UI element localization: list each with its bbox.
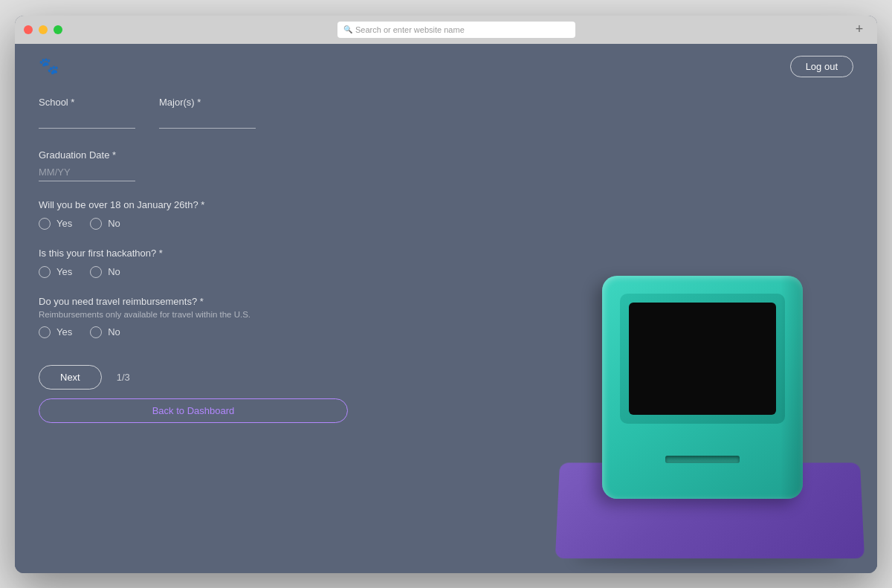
age-yes-radio[interactable] [39,218,51,230]
travel-radio-group: Yes No [39,326,348,338]
age-radio-group: Yes No [39,218,348,230]
computer-screen [629,303,776,415]
age-yes-label[interactable]: Yes [39,218,72,230]
address-bar-container: 🔍 Search or enter website name [113,22,800,38]
logout-button[interactable]: Log out [790,56,853,77]
age-question-text: Will you be over 18 on January 26th? * [39,199,348,210]
computer-disk-slot [665,456,740,463]
app-content: 🐾 Log out School * Major(s) * [15,44,877,573]
school-field: School * [39,97,135,129]
school-input[interactable] [39,111,135,129]
graduation-label: Graduation Date * [39,149,348,161]
address-placeholder: Search or enter website name [355,25,465,34]
browser-window: 🔍 Search or enter website name + 🐾 Log o… [15,16,877,573]
close-button[interactable] [24,25,33,34]
computer-3d-body [602,276,803,499]
form-section: School * Major(s) * Graduation Date * [15,89,372,573]
hackathon-no-radio[interactable] [90,266,102,278]
travel-question-block: Do you need travel reimbursements? * Rei… [39,296,348,338]
graduation-block: Graduation Date * [39,149,348,181]
hackathon-radio-group: Yes No [39,266,348,278]
app-logo: 🐾 [39,56,59,76]
travel-question-text: Do you need travel reimbursements? * [39,296,348,307]
age-no-label[interactable]: No [90,218,120,230]
hackathon-yes-label[interactable]: Yes [39,266,72,278]
school-label: School * [39,97,135,108]
computer-screen-bezel [620,294,785,424]
school-major-row: School * Major(s) * [39,97,348,129]
browser-titlebar: 🔍 Search or enter website name + [15,16,877,44]
travel-yes-radio[interactable] [39,326,51,338]
minimize-button[interactable] [39,25,48,34]
major-input[interactable] [159,111,256,129]
hackathon-yes-radio[interactable] [39,266,51,278]
major-field: Major(s) * [159,97,256,129]
major-label: Major(s) * [159,97,256,108]
travel-yes-label[interactable]: Yes [39,326,72,338]
new-tab-button[interactable]: + [850,21,868,39]
travel-no-radio[interactable] [90,326,102,338]
hackathon-no-label[interactable]: No [90,266,120,278]
main-content: School * Major(s) * Graduation Date * [15,89,877,573]
travel-subtext: Reimbursements only available for travel… [39,310,348,319]
graduation-input[interactable] [39,164,135,181]
dashboard-button[interactable]: Back to Dashboard [39,398,348,423]
age-no-radio[interactable] [90,218,102,230]
next-button-row: Next 1/3 [39,365,348,390]
app-header: 🐾 Log out [15,44,877,89]
hackathon-question-text: Is this your first hackathon? * [39,248,348,259]
travel-no-label[interactable]: No [90,326,120,338]
address-bar[interactable]: 🔍 Search or enter website name [337,22,575,38]
next-button[interactable]: Next [39,365,102,390]
age-question-block: Will you be over 18 on January 26th? * Y… [39,199,348,230]
maximize-button[interactable] [54,25,62,34]
illustration-area [543,201,855,573]
page-indicator: 1/3 [117,372,130,383]
graduation-field: Graduation Date * [39,149,348,181]
hackathon-question-block: Is this your first hackathon? * Yes No [39,248,348,278]
